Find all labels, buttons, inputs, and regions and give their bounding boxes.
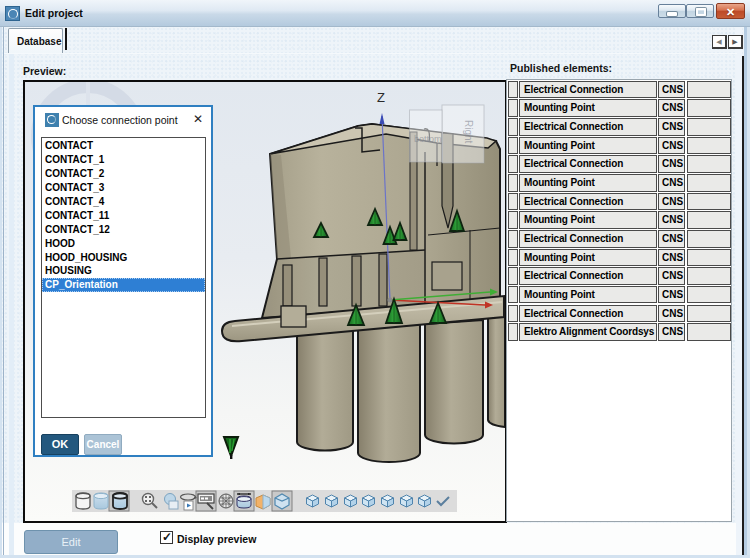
svg-text:bottom: bottom <box>414 134 442 144</box>
svg-text:Right: Right <box>463 120 474 144</box>
svg-text:Z: Z <box>377 90 385 105</box>
